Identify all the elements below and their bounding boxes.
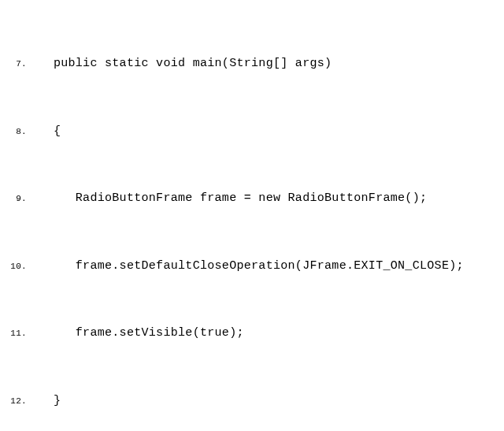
line-number: 10. — [0, 258, 32, 275]
code-line: 7. public static void main(String[] args… — [0, 53, 496, 76]
code-content: { — [32, 121, 61, 143]
code-line: 10. frame.setDefaultCloseOperation(JFram… — [0, 255, 496, 278]
code-content: } — [32, 390, 61, 413]
code-content: RadioButtonFrame frame = new RadioButton… — [32, 188, 427, 210]
line-number: 11. — [0, 325, 32, 342]
line-number: 12. — [0, 393, 32, 410]
code-line: 8. { — [0, 121, 496, 143]
code-line: 12. } — [0, 390, 496, 413]
line-number: 8. — [0, 124, 32, 140]
code-content: frame.setDefaultCloseOperation(JFrame.EX… — [32, 255, 464, 278]
line-number: 9. — [0, 191, 32, 207]
code-content: frame.setVisible(true); — [32, 322, 244, 345]
code-listing: 7. public static void main(String[] args… — [0, 8, 496, 431]
code-line: 11. frame.setVisible(true); — [0, 322, 496, 345]
line-number: 7. — [0, 56, 32, 72]
code-content: public static void main(String[] args) — [32, 53, 332, 76]
code-line: 9. RadioButtonFrame frame = new RadioBut… — [0, 188, 496, 210]
